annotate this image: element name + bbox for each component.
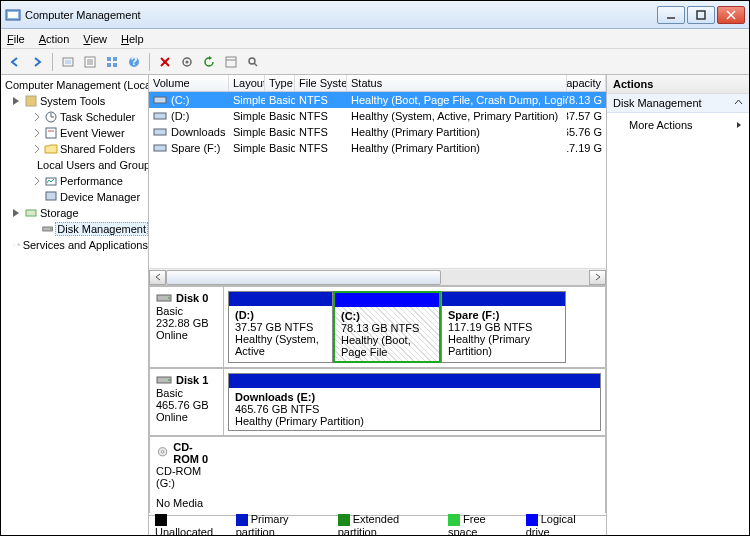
drive-icon xyxy=(153,126,167,138)
find-icon[interactable] xyxy=(243,52,263,72)
tree-services[interactable]: Services and Applications xyxy=(1,237,148,253)
tree-shared-folders[interactable]: Shared Folders xyxy=(1,141,148,157)
partition-d[interactable]: (D:)37.57 GB NTFSHealthy (System, Active xyxy=(228,291,333,363)
performance-icon xyxy=(44,174,58,188)
svg-rect-13 xyxy=(113,57,117,61)
svg-rect-1 xyxy=(8,12,18,18)
delete-icon[interactable] xyxy=(155,52,175,72)
svg-rect-46 xyxy=(154,145,166,151)
actions-header: Actions xyxy=(607,75,749,94)
col-type[interactable]: Type xyxy=(265,75,295,91)
cdrom-icon xyxy=(156,446,169,460)
more-actions[interactable]: More Actions xyxy=(607,113,749,137)
svg-rect-32 xyxy=(46,128,56,138)
menu-file[interactable]: File xyxy=(7,33,25,45)
svg-point-42 xyxy=(19,245,20,246)
collapse-arrow-icon xyxy=(734,97,743,109)
col-layout[interactable]: Layout xyxy=(229,75,265,91)
window-title: Computer Management xyxy=(25,9,657,21)
svg-point-48 xyxy=(168,297,170,299)
minimize-button[interactable] xyxy=(657,6,685,24)
legend-logical-swatch xyxy=(526,514,538,526)
help-button[interactable]: ? xyxy=(124,52,144,72)
partition-c[interactable]: (C:)78.13 GB NTFSHealthy (Boot, Page Fil… xyxy=(333,291,441,363)
disk-row: Disk 1 Basic 465.76 GB Online Downloads … xyxy=(149,368,606,436)
disk-row: Disk 0 Basic 232.88 GB Online (D:)37.57 … xyxy=(149,286,606,368)
volume-row[interactable]: Downloads (E:) Simple Basic NTFS Healthy… xyxy=(149,124,606,140)
tree-storage[interactable]: Storage xyxy=(1,205,148,221)
toolbar: ? xyxy=(1,49,749,75)
col-volume[interactable]: Volume xyxy=(149,75,229,91)
expand-icon[interactable] xyxy=(33,177,42,186)
collapse-icon[interactable] xyxy=(13,209,22,218)
collapse-icon[interactable] xyxy=(13,97,22,106)
navigation-tree[interactable]: Computer Management (Local System Tools … xyxy=(1,75,149,535)
folder-share-icon xyxy=(44,142,58,156)
list-icon[interactable] xyxy=(221,52,241,72)
actions-pane: Actions Disk Management More Actions xyxy=(607,75,749,535)
svg-rect-37 xyxy=(46,192,56,200)
volume-row[interactable]: (D:) Simple Basic NTFS Healthy (System, … xyxy=(149,108,606,124)
scroll-left-button[interactable] xyxy=(149,270,166,285)
svg-rect-22 xyxy=(226,57,236,67)
clock-icon xyxy=(44,110,58,124)
svg-rect-12 xyxy=(107,57,111,61)
col-status[interactable]: Status xyxy=(347,75,567,91)
expand-icon[interactable] xyxy=(33,113,42,122)
drive-icon xyxy=(153,142,167,154)
close-button[interactable] xyxy=(717,6,745,24)
expand-icon[interactable] xyxy=(13,241,15,250)
tree-task-scheduler[interactable]: Task Scheduler xyxy=(1,109,148,125)
legend-unallocated-swatch xyxy=(155,514,167,526)
col-capacity[interactable]: Capacity xyxy=(567,75,606,91)
menu-view[interactable]: View xyxy=(83,33,107,45)
settings-icon[interactable] xyxy=(177,52,197,72)
menu-action[interactable]: Action xyxy=(39,33,70,45)
refresh-icon[interactable] xyxy=(199,52,219,72)
tools-icon xyxy=(24,94,38,108)
svg-point-21 xyxy=(186,60,189,63)
scroll-right-button[interactable] xyxy=(589,270,606,285)
partition-f[interactable]: Spare (F:)117.19 GB NTFSHealthy (Primary… xyxy=(441,291,566,363)
volume-list: Volume Layout Type File System Status Ca… xyxy=(149,75,606,285)
svg-rect-45 xyxy=(154,129,166,135)
tree-local-users[interactable]: Local Users and Groups xyxy=(1,157,148,173)
svg-rect-7 xyxy=(65,60,71,64)
tree-performance[interactable]: Performance xyxy=(1,173,148,189)
tree-system-tools[interactable]: System Tools xyxy=(1,93,148,109)
svg-point-50 xyxy=(168,379,170,381)
tree-disk-management[interactable]: Disk Management xyxy=(1,221,148,237)
up-button[interactable] xyxy=(58,52,78,72)
back-button[interactable] xyxy=(5,52,25,72)
titlebar: Computer Management xyxy=(1,1,749,29)
legend-primary-swatch xyxy=(236,514,248,526)
tree-device-manager[interactable]: Device Manager xyxy=(1,189,148,205)
legend-extended-swatch xyxy=(338,514,350,526)
properties-button[interactable] xyxy=(80,52,100,72)
menubar: File Action View Help xyxy=(1,29,749,49)
maximize-button[interactable] xyxy=(687,6,715,24)
svg-point-52 xyxy=(161,451,163,453)
tree-root[interactable]: Computer Management (Local xyxy=(1,77,148,93)
drive-icon xyxy=(153,94,167,106)
partition-e[interactable]: Downloads (E:)465.76 GB NTFSHealthy (Pri… xyxy=(228,373,601,431)
menu-help[interactable]: Help xyxy=(121,33,144,45)
app-icon xyxy=(5,7,21,23)
expand-icon[interactable] xyxy=(33,145,42,154)
disk-icon xyxy=(42,222,53,236)
horizontal-scrollbar[interactable] xyxy=(149,268,606,285)
col-filesystem[interactable]: File System xyxy=(295,75,347,91)
volume-row[interactable]: Spare (F:) Simple Basic NTFS Healthy (Pr… xyxy=(149,140,606,156)
scroll-thumb[interactable] xyxy=(166,270,441,285)
expand-icon[interactable] xyxy=(33,129,42,138)
services-icon xyxy=(17,238,20,252)
tree-event-viewer[interactable]: Event Viewer xyxy=(1,125,148,141)
actions-section[interactable]: Disk Management xyxy=(607,94,749,113)
forward-button[interactable] xyxy=(27,52,47,72)
svg-rect-28 xyxy=(26,96,36,106)
legend: Unallocated Primary partition Extended p… xyxy=(149,515,606,535)
views-button[interactable] xyxy=(102,52,122,72)
event-icon xyxy=(44,126,58,140)
volume-row[interactable]: (C:) Simple Basic NTFS Healthy (Boot, Pa… xyxy=(149,92,606,108)
harddisk-icon xyxy=(156,291,172,305)
